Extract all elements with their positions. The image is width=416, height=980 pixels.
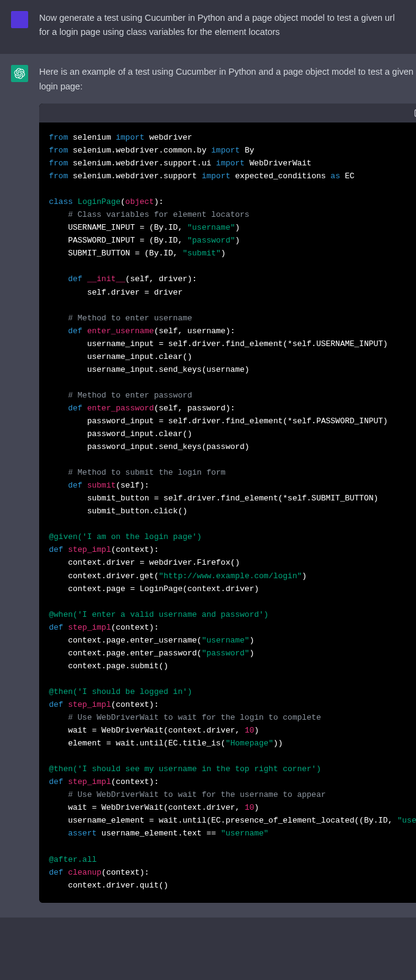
assistant-message-body: Here is an example of a test using Cucum… (39, 65, 416, 902)
openai-icon (14, 68, 25, 79)
code-block: Copy code from selenium import webdriver… (39, 104, 416, 903)
user-avatar (11, 11, 28, 28)
clipboard-icon (414, 108, 416, 117)
code-content[interactable]: from selenium import webdriver from sele… (39, 123, 416, 903)
assistant-message-row: Here is an example of a test using Cucum… (0, 54, 416, 917)
assistant-avatar (11, 65, 28, 82)
code-header: Copy code (39, 104, 416, 123)
user-message-text: Now generate a test using Cucumber in Py… (39, 11, 405, 39)
user-message-row: Now generate a test using Cucumber in Py… (0, 0, 416, 54)
copy-code-button[interactable]: Copy code (414, 107, 416, 119)
assistant-intro-text: Here is an example of a test using Cucum… (39, 65, 416, 93)
